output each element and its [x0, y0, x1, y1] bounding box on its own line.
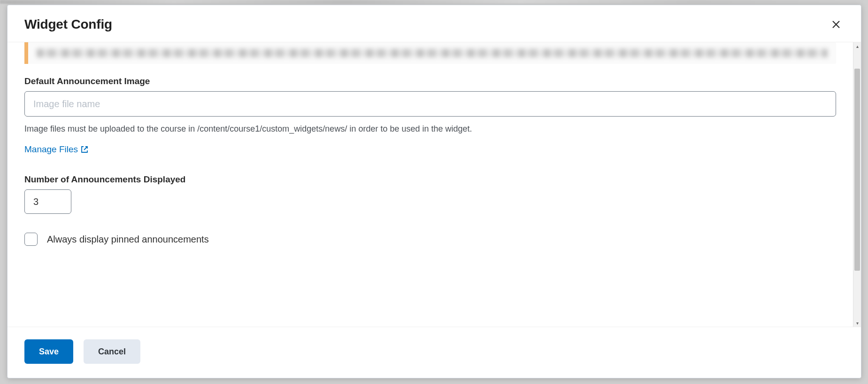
num-announcements-input[interactable] — [24, 189, 71, 214]
dialog-title: Widget Config — [24, 17, 112, 32]
save-button[interactable]: Save — [24, 339, 73, 364]
num-announcements-label: Number of Announcements Displayed — [24, 174, 836, 185]
close-button[interactable] — [828, 16, 844, 32]
default-image-label: Default Announcement Image — [24, 76, 836, 86]
dialog-body: Default Announcement Image Image files m… — [8, 42, 853, 327]
manage-files-row: Manage Files — [24, 144, 836, 155]
dialog-body-wrap: Default Announcement Image Image files m… — [8, 42, 861, 327]
warning-notice — [24, 42, 836, 64]
widget-config-dialog: Widget Config Default Announcement Image… — [7, 5, 861, 378]
external-link-icon — [81, 146, 88, 153]
redacted-text — [37, 49, 828, 57]
dialog-footer: Save Cancel — [8, 327, 861, 378]
cancel-button[interactable]: Cancel — [84, 339, 140, 364]
manage-files-link[interactable]: Manage Files — [24, 144, 88, 155]
close-icon — [831, 19, 841, 30]
default-image-input[interactable] — [24, 91, 836, 117]
always-pinned-label: Always display pinned announcements — [47, 234, 209, 245]
always-pinned-checkbox[interactable] — [24, 233, 38, 246]
scroll-up-arrow-icon[interactable]: ▴ — [853, 42, 861, 50]
always-pinned-row: Always display pinned announcements — [24, 233, 836, 246]
num-announcements-section: Number of Announcements Displayed — [24, 174, 836, 214]
dialog-header: Widget Config — [8, 5, 861, 42]
scroll-down-arrow-icon[interactable]: ▾ — [853, 319, 861, 327]
vertical-scrollbar[interactable]: ▴ ▾ — [853, 42, 861, 327]
scrollbar-thumb[interactable] — [854, 69, 860, 271]
manage-files-link-text: Manage Files — [24, 144, 78, 155]
default-image-help: Image files must be uploaded to the cour… — [24, 123, 836, 135]
background-blur-bar — [0, 0, 868, 4]
